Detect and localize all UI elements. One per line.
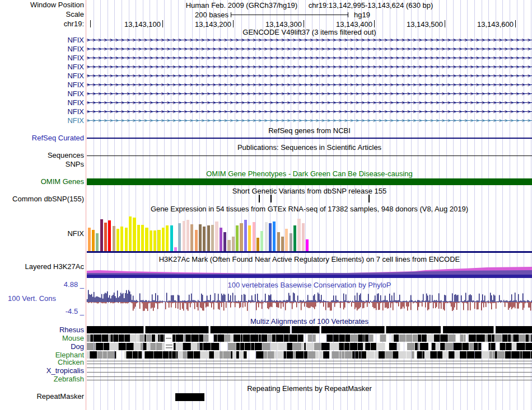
gtex-tissue-bar[interactable] — [256, 238, 259, 251]
gtex-tissue-bar[interactable] — [227, 240, 230, 251]
gtex-tissue-bar[interactable] — [190, 224, 193, 251]
gene-transcript-row[interactable]: >>>>>>>>>>>>>>>>>>>>>>>>>>>>>>>>>>>>>>>>… — [87, 81, 532, 89]
gtex-tissue-bar[interactable] — [306, 239, 309, 251]
gtex-tissue-bar[interactable] — [281, 237, 284, 251]
species-label-mouse[interactable]: Mouse — [0, 334, 84, 342]
gtex-tissue-bar[interactable] — [248, 225, 251, 251]
coordinate-tick — [233, 20, 234, 27]
gtex-tissue-bar[interactable] — [92, 230, 95, 251]
gtex-tissue-bar[interactable] — [88, 228, 91, 251]
omim-gene-bar[interactable] — [87, 178, 532, 185]
gtex-tissue-bar[interactable] — [120, 227, 123, 251]
dbsnp-variant-tick[interactable] — [368, 195, 370, 202]
species-label-dog[interactable]: Dog — [0, 343, 84, 351]
gene-row-label[interactable]: NFIX — [0, 36, 84, 44]
gtex-tissue-bar[interactable] — [174, 247, 177, 251]
gtex-tissue-bar[interactable] — [260, 231, 263, 251]
coordinate-tick — [515, 20, 516, 27]
species-label-zebrafish[interactable]: Zebrafish — [0, 375, 84, 383]
gene-row-label[interactable]: NFIX — [0, 99, 84, 107]
gene-row-label[interactable]: NFIX — [0, 81, 84, 89]
species-label-x-tropicalis[interactable]: X_tropicalis — [0, 367, 84, 375]
position-label: chr19:13,142,995-13,143,624 (630 bp) — [309, 1, 433, 10]
gene-row-label[interactable]: NFIX — [0, 72, 84, 80]
track-label-snps: SNPs — [0, 161, 84, 168]
gtex-tissue-bar[interactable] — [290, 233, 292, 251]
gtex-tissue-bar[interactable] — [269, 223, 272, 251]
gtex-tissue-bar[interactable] — [125, 228, 128, 251]
dbsnp-variant-tick[interactable] — [259, 195, 260, 202]
gtex-tissue-bar[interactable] — [166, 225, 169, 251]
gtex-tissue-bar[interactable] — [199, 224, 202, 251]
dbsnp-variant-tick[interactable] — [270, 195, 272, 202]
gtex-tissue-bar[interactable] — [113, 226, 115, 251]
gene-transcript-row[interactable]: >>>>>>>>>>>>>>>>>>>>>>>>>>>>>>>>>>>>>>>>… — [87, 54, 532, 63]
genome-version-label: hg19 — [354, 11, 370, 19]
gtex-tissue-bar[interactable] — [100, 219, 103, 251]
gtex-tissue-bar[interactable] — [141, 225, 144, 251]
track-label-window-position: Window Position — [0, 1, 84, 9]
species-label-chicken[interactable]: Chicken — [0, 359, 84, 366]
gtex-tissue-bar[interactable] — [162, 228, 165, 251]
gtex-tissue-bar[interactable] — [203, 227, 206, 251]
gtex-tissue-bar[interactable] — [232, 237, 235, 251]
gtex-tissue-bar[interactable] — [108, 220, 111, 251]
gene-transcript-row[interactable]: >>>>>>>>>>>>>>>>>>>>>>>>>>>>>>>>>>>>>>>>… — [87, 98, 532, 107]
gene-direction-arrows: >>>>>>>>>>>>>>>>>>>>>>>>>>>>>>>>>>>>>>>>… — [87, 63, 532, 72]
gtex-tissue-bar[interactable] — [285, 229, 288, 251]
gtex-tissue-bar[interactable] — [150, 230, 152, 251]
refseq-curated-line[interactable] — [87, 138, 532, 139]
gene-row-label[interactable]: NFIX — [0, 45, 84, 53]
gene-row-label[interactable]: NFIX — [0, 90, 84, 98]
gtex-tissue-bar[interactable] — [153, 230, 156, 251]
gtex-tissue-bar[interactable] — [129, 216, 132, 251]
gene-transcript-row[interactable]: >>>>>>>>>>>>>>>>>>>>>>>>>>>>>>>>>>>>>>>>… — [87, 107, 532, 116]
gtex-tissue-bar[interactable] — [170, 225, 173, 251]
gtex-tissue-bar[interactable] — [236, 225, 239, 251]
gtex-tissue-bar[interactable] — [133, 218, 136, 251]
gtex-tissue-bar[interactable] — [96, 233, 99, 251]
gene-transcript-row[interactable]: >>>>>>>>>>>>>>>>>>>>>>>>>>>>>>>>>>>>>>>>… — [87, 89, 532, 98]
gene-row-label[interactable]: NFIX — [0, 63, 84, 71]
gtex-tissue-bar[interactable] — [220, 228, 222, 251]
track-title-gencode-v49lift37-3-ite: GENCODE V49lift37 (3 items filtered out) — [87, 29, 532, 36]
gtex-tissue-bar[interactable] — [145, 228, 148, 251]
gtex-tissue-bar[interactable] — [207, 225, 210, 251]
track-title-h3k27ac-mark-often-foun: H3K27Ac Mark (Often Found Near Active Re… — [87, 256, 532, 263]
gtex-tissue-bar[interactable] — [253, 222, 255, 251]
gene-transcript-row[interactable]: >>>>>>>>>>>>>>>>>>>>>>>>>>>>>>>>>>>>>>>>… — [87, 63, 532, 72]
gtex-tissue-bar[interactable] — [244, 220, 247, 251]
gene-row-label[interactable]: NFIX — [0, 108, 84, 116]
coordinate-tick — [304, 20, 304, 27]
gene-transcript-row[interactable]: >>>>>>>>>>>>>>>>>>>>>>>>>>>>>>>>>>>>>>>>… — [87, 45, 532, 54]
gene-row-label[interactable]: NFIX — [0, 117, 84, 125]
gtex-tissue-bar[interactable] — [273, 222, 276, 251]
gtex-tissue-bar[interactable] — [195, 230, 198, 251]
gtex-tissue-bar[interactable] — [297, 219, 300, 251]
repeatmasker-element[interactable] — [175, 393, 204, 401]
gtex-tissue-bar[interactable] — [293, 225, 296, 251]
gtex-tissue-bar[interactable] — [265, 222, 268, 251]
gtex-tissue-bar[interactable] — [215, 222, 218, 251]
phylop-wiggle — [87, 289, 532, 314]
gtex-tissue-bar[interactable] — [116, 229, 119, 251]
gene-row-label[interactable]: NFIX — [0, 54, 84, 62]
gtex-tissue-bar[interactable] — [186, 220, 189, 251]
coordinate-tick-label: 13,143,400 — [311, 20, 372, 29]
sequences-line[interactable] — [87, 155, 532, 156]
gene-transcript-row[interactable]: >>>>>>>>>>>>>>>>>>>>>>>>>>>>>>>>>>>>>>>>… — [87, 36, 532, 45]
gtex-tissue-bar[interactable] — [211, 225, 214, 251]
gtex-tissue-bar[interactable] — [157, 230, 160, 251]
gtex-tissue-bar[interactable] — [277, 232, 280, 251]
gene-transcript-row[interactable]: >>>>>>>>>>>>>>>>>>>>>>>>>>>>>>>>>>>>>>>>… — [87, 72, 532, 81]
gtex-tissue-bar[interactable] — [137, 225, 140, 251]
gtex-tissue-bar[interactable] — [178, 223, 181, 251]
gtex-tissue-bar[interactable] — [104, 223, 107, 251]
gtex-tissue-bar[interactable] — [223, 232, 226, 251]
gtex-tissue-bar[interactable] — [183, 221, 185, 251]
gene-direction-arrows: >>>>>>>>>>>>>>>>>>>>>>>>>>>>>>>>>>>>>>>>… — [87, 54, 532, 63]
species-label-rhesus[interactable]: Rhesus — [0, 326, 84, 334]
gtex-tissue-bar[interactable] — [302, 223, 305, 251]
gtex-tissue-bar[interactable] — [240, 223, 242, 251]
gene-transcript-row[interactable]: >>>>>>>>>>>>>>>>>>>>>>>>>>>>>>>>>>>>>>>>… — [87, 116, 532, 125]
